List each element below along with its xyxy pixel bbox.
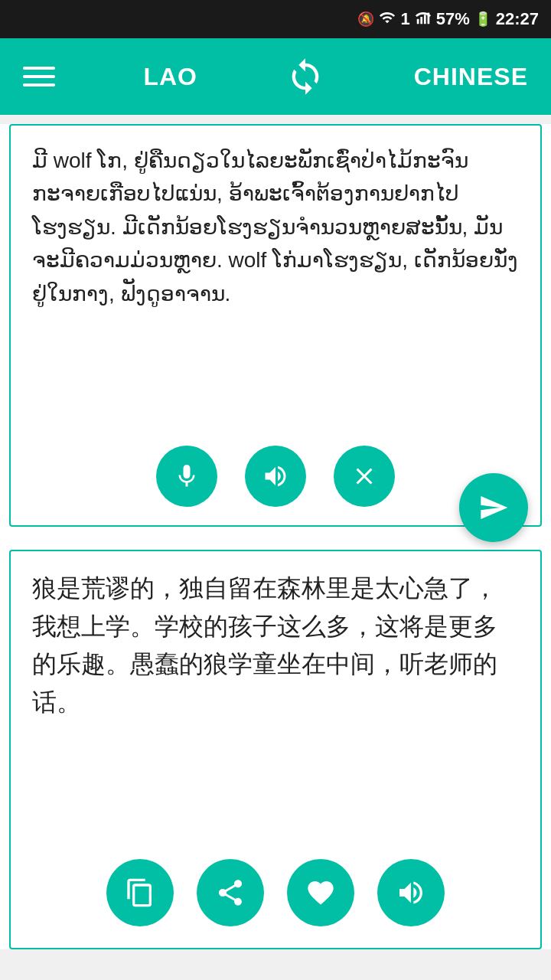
- swap-languages-button[interactable]: [285, 57, 325, 96]
- svg-rect-3: [427, 12, 429, 24]
- source-language-label[interactable]: LAO: [143, 63, 197, 91]
- volume-button[interactable]: [377, 859, 445, 926]
- svg-rect-2: [424, 15, 426, 24]
- battery-percent: 57%: [436, 9, 470, 29]
- target-action-buttons: [11, 842, 540, 948]
- sim-indicator: 1: [400, 9, 409, 29]
- status-bar: 🔕 1 57% 🔋 22:27: [0, 0, 551, 38]
- source-panel: ມີ wolf ໂກ, ຢູ່ຄືນດຽວໃນໄລຍະພັກເຊົ່າປ່າໄມ…: [9, 124, 542, 527]
- send-button[interactable]: [459, 473, 528, 542]
- wifi-icon: [379, 9, 396, 30]
- battery-icon: 🔋: [474, 11, 491, 28]
- copy-button[interactable]: [106, 859, 174, 926]
- svg-rect-1: [420, 17, 422, 24]
- silent-icon: 🔕: [357, 11, 374, 28]
- speaker-button[interactable]: [245, 446, 306, 507]
- target-language-label[interactable]: CHINESE: [414, 63, 528, 91]
- signal-icon: [415, 9, 432, 30]
- microphone-button[interactable]: [156, 446, 217, 507]
- menu-button[interactable]: [23, 67, 55, 87]
- clear-button[interactable]: [334, 446, 395, 507]
- source-text[interactable]: ມີ wolf ໂກ, ຢູ່ຄືນດຽວໃນໄລຍະພັກເຊົ່າປ່າໄມ…: [11, 126, 540, 432]
- target-panel: 狼是荒谬的，独自留在森林里是太心急了，我想上学。学校的孩子这么多，这将是更多的乐…: [9, 550, 542, 949]
- nav-bar: LAO CHINESE: [0, 38, 551, 115]
- main-content: ມີ wolf ໂກ, ຢູ່ຄືນດຽວໃນໄລຍະພັກເຊົ່າປ່າໄມ…: [0, 124, 551, 949]
- time-display: 22:27: [496, 9, 539, 29]
- svg-rect-0: [416, 18, 419, 23]
- share-button[interactable]: [197, 859, 264, 926]
- target-text[interactable]: 狼是荒谬的，独自留在森林里是太心急了，我想上学。学校的孩子这么多，这将是更多的乐…: [11, 551, 540, 842]
- status-icons: 🔕 1 57% 🔋 22:27: [357, 9, 539, 30]
- favorite-button[interactable]: [287, 859, 354, 926]
